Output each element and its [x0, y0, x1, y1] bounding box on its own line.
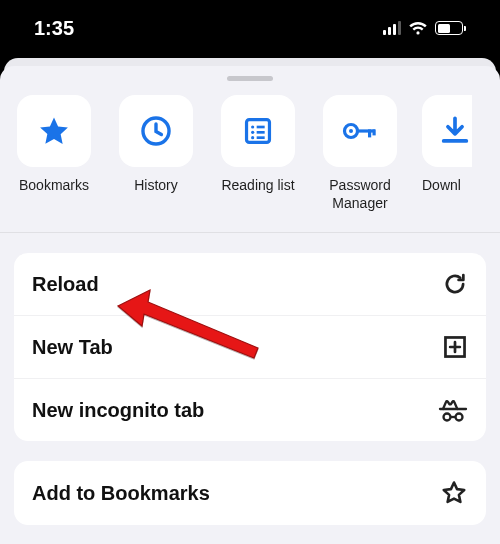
svg-point-6 [251, 136, 254, 139]
menu-group-2: Add to Bookmarks [14, 461, 486, 525]
star-outline-icon [440, 479, 468, 507]
svg-rect-7 [257, 136, 265, 139]
star-filled-icon [37, 114, 71, 148]
shortcut-row[interactable]: Bookmarks History Reading list Password … [0, 95, 500, 233]
svg-rect-12 [373, 129, 376, 135]
action-sheet: Bookmarks History Reading list Password … [0, 66, 500, 544]
reload-icon [442, 271, 468, 297]
shortcut-label: Downl [422, 177, 461, 195]
svg-point-9 [349, 129, 353, 133]
shortcut-password-manager[interactable]: Password Manager [320, 95, 400, 212]
menu-item-reload[interactable]: Reload [14, 253, 486, 316]
svg-point-14 [444, 414, 451, 421]
wifi-icon [408, 21, 428, 36]
shortcut-label: Password Manager [329, 177, 390, 212]
shortcut-reading-list[interactable]: Reading list [218, 95, 298, 212]
menu-item-label: Reload [32, 273, 99, 296]
svg-point-4 [251, 131, 254, 134]
menu-item-label: New incognito tab [32, 399, 204, 422]
svg-rect-5 [257, 131, 265, 134]
key-icon [341, 116, 379, 146]
svg-point-2 [251, 125, 254, 128]
svg-point-15 [456, 414, 463, 421]
menu-item-label: Add to Bookmarks [32, 482, 210, 505]
shortcut-label: Reading list [221, 177, 294, 195]
download-icon [438, 114, 472, 148]
reading-list-icon [242, 115, 274, 147]
svg-rect-3 [257, 126, 265, 129]
sheet-grabber[interactable] [227, 76, 273, 81]
svg-rect-11 [368, 129, 371, 137]
clock-icon [139, 114, 173, 148]
menu-item-new-incognito[interactable]: New incognito tab [14, 379, 486, 441]
menu-group-1: Reload New Tab New incognito tab [14, 253, 486, 441]
incognito-icon [438, 397, 468, 423]
status-bar: 1:35 [0, 0, 500, 56]
shortcut-label: Bookmarks [19, 177, 89, 195]
battery-icon [435, 21, 466, 35]
shortcut-history[interactable]: History [116, 95, 196, 212]
menu-item-add-bookmarks[interactable]: Add to Bookmarks [14, 461, 486, 525]
shortcut-downloads[interactable]: Downl [422, 95, 472, 212]
menu-item-new-tab[interactable]: New Tab [14, 316, 486, 379]
status-icons [383, 21, 467, 36]
plus-square-icon [442, 334, 468, 360]
cellular-signal-icon [383, 21, 402, 35]
menu-item-label: New Tab [32, 336, 113, 359]
svg-rect-10 [357, 129, 375, 132]
shortcut-bookmarks[interactable]: Bookmarks [14, 95, 94, 212]
status-time: 1:35 [34, 17, 74, 40]
shortcut-label: History [134, 177, 178, 195]
